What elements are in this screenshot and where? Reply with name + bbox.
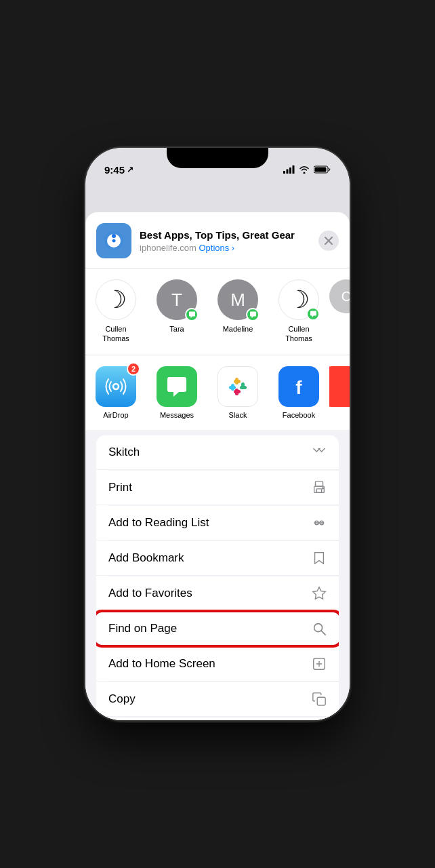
slack-icon bbox=[218, 366, 258, 407]
star-icon bbox=[312, 586, 327, 601]
avatar: C bbox=[329, 279, 350, 313]
search-icon bbox=[312, 621, 327, 636]
svg-rect-13 bbox=[240, 386, 247, 389]
message-badge bbox=[185, 308, 199, 321]
action-list: Skitch Print bbox=[96, 435, 339, 720]
location-icon: ↗ bbox=[127, 165, 133, 174]
share-options-button[interactable]: Options › bbox=[199, 243, 234, 253]
svg-rect-5 bbox=[315, 167, 327, 172]
status-time: 9:45 ↗ bbox=[104, 164, 133, 176]
avatar: M bbox=[218, 279, 258, 320]
list-item[interactable]: ☽ CullenThomas bbox=[268, 279, 329, 344]
share-close-button[interactable] bbox=[318, 231, 339, 251]
list-item[interactable]: Messages bbox=[146, 366, 207, 419]
svg-rect-21 bbox=[316, 488, 321, 492]
avatar: T bbox=[157, 279, 197, 320]
print-action[interactable]: Print bbox=[96, 471, 339, 505]
share-domain: iphonelife.com bbox=[140, 243, 196, 253]
notch bbox=[167, 148, 268, 168]
person-name: Tara bbox=[169, 324, 184, 334]
list-item[interactable]: ☽ CullenThomas bbox=[85, 279, 146, 344]
list-item[interactable]: 2 AirDrop bbox=[85, 366, 146, 419]
add-favorites-action[interactable]: Add to Favorites bbox=[96, 576, 339, 611]
avatar: ☽ bbox=[278, 279, 319, 320]
action-label: Add to Home Screen bbox=[108, 657, 215, 671]
apps-row: 2 AirDrop bbox=[85, 355, 350, 435]
crescent-icon: ☽ bbox=[288, 288, 310, 312]
app-label: Messages bbox=[160, 411, 194, 419]
action-label: Skitch bbox=[108, 446, 140, 459]
svg-rect-19 bbox=[316, 481, 323, 486]
copy-action[interactable]: Copy bbox=[96, 682, 339, 717]
add-reading-list-action[interactable]: Add to Reading List bbox=[96, 506, 339, 540]
message-badge bbox=[306, 307, 320, 321]
person-name: Madeline bbox=[223, 324, 253, 334]
list-item[interactable]: M Madeline bbox=[207, 279, 268, 344]
action-label: Add to Favorites bbox=[108, 587, 192, 600]
airdrop-icon: 2 bbox=[96, 366, 136, 407]
time-label: 9:45 bbox=[104, 164, 125, 176]
action-list-container: Skitch Print bbox=[85, 435, 350, 720]
skitch-icon bbox=[312, 445, 327, 460]
svg-point-22 bbox=[323, 488, 324, 489]
svg-rect-32 bbox=[317, 697, 325, 705]
messages-icon bbox=[157, 366, 197, 407]
share-sheet: Best Apps, Top Tips, Great Gear iphoneli… bbox=[85, 212, 350, 720]
share-header: Best Apps, Top Tips, Great Gear iphoneli… bbox=[85, 212, 350, 269]
action-label: Find on Page bbox=[108, 622, 177, 635]
airdrop-badge: 2 bbox=[127, 362, 140, 376]
person-name: CullenThomas bbox=[102, 324, 129, 344]
app-label: AirDrop bbox=[103, 411, 128, 419]
list-item[interactable]: Slack bbox=[207, 366, 268, 419]
copy-icon bbox=[312, 692, 327, 707]
list-item[interactable]: C bbox=[329, 279, 350, 344]
people-row: ☽ CullenThomas T Tara bbox=[85, 269, 350, 355]
share-header-text: Best Apps, Top Tips, Great Gear iphoneli… bbox=[140, 229, 310, 254]
add-square-icon bbox=[312, 656, 327, 671]
svg-line-28 bbox=[321, 631, 325, 635]
more-app-icon bbox=[329, 366, 350, 407]
svg-rect-3 bbox=[293, 165, 295, 174]
wifi-icon bbox=[299, 165, 310, 174]
message-badge bbox=[246, 308, 260, 321]
crescent-icon: ☽ bbox=[105, 288, 127, 312]
svg-marker-26 bbox=[313, 587, 325, 598]
markup-action[interactable]: Markup bbox=[96, 717, 339, 720]
signal-icon bbox=[283, 165, 295, 174]
svg-point-9 bbox=[113, 384, 119, 389]
print-icon bbox=[312, 480, 327, 495]
reading-list-icon bbox=[312, 515, 327, 530]
app-label: Slack bbox=[229, 411, 247, 419]
share-subtitle: iphonelife.com Options › bbox=[140, 243, 310, 253]
battery-icon bbox=[314, 165, 331, 174]
phone-screen: 9:45 ↗ bbox=[85, 148, 350, 720]
svg-rect-1 bbox=[287, 170, 289, 174]
list-item[interactable]: T Tara bbox=[146, 279, 207, 344]
action-label: Add to Reading List bbox=[108, 516, 209, 530]
list-item[interactable] bbox=[329, 366, 350, 419]
status-right bbox=[283, 165, 331, 174]
list-item[interactable]: f Facebook bbox=[268, 366, 329, 419]
action-label: Add Bookmark bbox=[108, 551, 184, 565]
app-label: Facebook bbox=[283, 411, 315, 419]
phone-frame: 9:45 ↗ bbox=[85, 148, 350, 720]
svg-rect-11 bbox=[229, 386, 236, 389]
svg-rect-0 bbox=[283, 171, 285, 174]
svg-point-8 bbox=[112, 234, 116, 238]
find-on-page-action[interactable]: Find on Page bbox=[96, 612, 339, 646]
person-name: CullenThomas bbox=[285, 324, 312, 344]
skitch-action[interactable]: Skitch bbox=[96, 435, 339, 470]
action-label: Copy bbox=[108, 692, 136, 706]
add-home-screen-action[interactable]: Add to Home Screen bbox=[96, 647, 339, 682]
share-app-icon bbox=[96, 223, 131, 258]
facebook-icon: f bbox=[278, 366, 319, 407]
svg-rect-2 bbox=[289, 167, 291, 174]
svg-text:f: f bbox=[295, 377, 302, 398]
avatar: ☽ bbox=[96, 279, 136, 320]
svg-rect-15 bbox=[234, 380, 241, 383]
bookmark-icon bbox=[312, 551, 327, 566]
add-bookmark-action[interactable]: Add Bookmark bbox=[96, 541, 339, 576]
svg-rect-17 bbox=[234, 390, 241, 393]
share-title: Best Apps, Top Tips, Great Gear bbox=[140, 229, 310, 242]
action-label: Print bbox=[108, 481, 132, 494]
